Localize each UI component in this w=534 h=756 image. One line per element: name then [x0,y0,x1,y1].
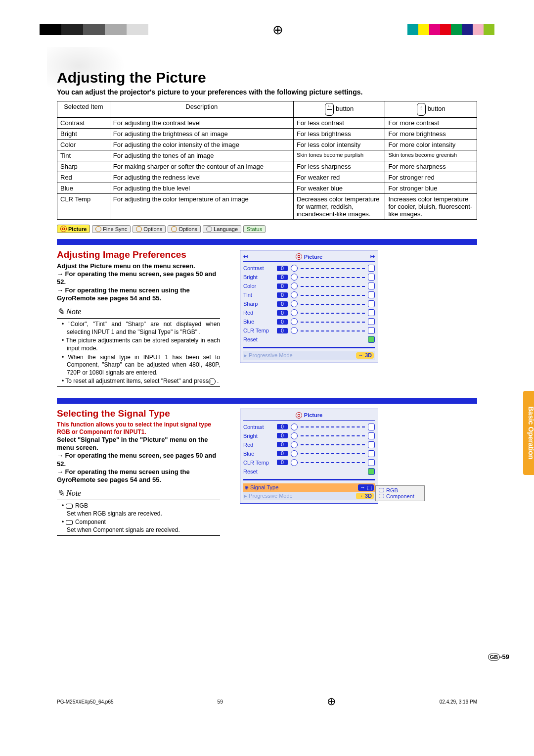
osd-row-reset[interactable]: Reset [243,467,375,476]
note-pen-icon: ✎ [57,488,64,499]
table-row: TintFor adjusting the tones of an imageS… [57,150,477,161]
th-selected-item: Selected Item [57,101,110,118]
tab-fine-sync[interactable]: Fine Sync [92,225,131,233]
up-down-button-icon [417,103,426,116]
options-icon [136,226,142,232]
section-divider [57,239,477,245]
notes-list-2: RGBSet when RGB signals are received. Co… [57,502,220,534]
signal-type-popout: RGB Component [375,485,425,501]
osd-signal-type-row[interactable]: ⊕ Signal Type → ⬚ [243,483,375,492]
table-cell: For more sharpness [385,161,477,172]
tab-status[interactable]: Status [243,225,266,233]
print-calibration-bar: ⊕ [40,22,494,37]
table-cell: For adjusting the contrast level [110,118,293,129]
notes-list-1: "Color", "Tint" and "Sharp" are not disp… [57,321,220,385]
table-cell: For less sharpness [293,161,385,172]
table-cell: For adjusting the color temperature of a… [110,194,293,220]
osd-row-clr-temp[interactable]: CLR Temp0 [243,326,375,335]
fine-sync-icon [95,226,101,232]
table-cell: For more color intensity [385,140,477,150]
table-cell: CLR Temp [57,194,110,220]
table-cell: Increases color temperature for cooler, … [385,194,477,220]
osd-progressive-row[interactable]: ▸ Progressive Mode → 3D [243,492,375,500]
table-cell: For weaker red [293,172,385,183]
table-cell: For more brightness [385,129,477,140]
osd-row-color[interactable]: Color0 [243,282,375,290]
table-cell: Contrast [57,118,110,129]
osd-picture-full: ↤ Picture ↦ Contrast0Bright0Color0Tint0S… [240,250,378,363]
left-right-button-icon [325,103,334,116]
option-rgb[interactable]: RGB [379,487,421,493]
osd-next-arrow[interactable]: ↦ [370,253,375,260]
note-rgb: RGBSet when RGB signals are received. [62,502,220,518]
osd-row-blue[interactable]: Blue0 [243,317,375,326]
table-row: RedFor adjusting the redness levelFor we… [57,172,477,183]
osd-row-clr-temp[interactable]: CLR Temp0 [243,458,375,467]
note-rule [57,318,220,319]
picture-icon [296,412,302,419]
note-header-2: ✎ Note [57,488,220,499]
footer-timestamp: 02.4.29, 3:16 PM [440,699,477,705]
osd-row-blue[interactable]: Blue0 [243,449,375,458]
table-cell: For adjusting the color intensity of the… [110,140,293,150]
osd-row-red[interactable]: Red0 [243,440,375,449]
osd-title: Picture [304,412,322,418]
note-rule-end [57,535,220,536]
footer-file: PG-M25X#E#p50_64.p65 [57,699,114,705]
osd-row-red[interactable]: Red0 [243,308,375,317]
table-row: ColorFor adjusting the color intensity o… [57,140,477,150]
note-item: "Color", "Tint" and "Sharp" are not disp… [62,321,220,336]
ref-gyroremote-1: → For operating the menu screen using th… [57,286,220,303]
lead-adjust-picture: Adjust the Picture menu on the menu scre… [57,262,220,270]
signal-type-intro: This function allows you to select the i… [57,421,220,436]
table-cell: Skin tones become greenish [385,150,477,161]
tab-picture[interactable]: Picture [57,225,90,233]
rgb-icon [66,504,73,509]
table-row: BlueFor adjusting the blue levelFor weak… [57,183,477,194]
table-row: BrightFor adjusting the brightness of an… [57,129,477,140]
table-cell: For weaker blue [293,183,385,194]
language-icon [206,226,212,232]
osd-row-contrast[interactable]: Contrast0 [243,423,375,431]
table-cell: For stronger blue [385,183,477,194]
osd-progressive-row[interactable]: ▸ Progressive Mode → 3D [243,351,375,360]
osd-prev-arrow[interactable]: ↤ [243,253,248,260]
table-cell: For more contrast [385,118,477,129]
osd-row-tint[interactable]: Tint0 [243,290,375,299]
rgb-icon [379,488,384,492]
color-swatches [407,24,494,35]
page-number: GB-59 [488,653,509,661]
table-cell: For adjusting the brightness of an image [110,129,293,140]
side-tab-basic-operation: Basic Operation [523,391,534,475]
osd-row-contrast[interactable]: Contrast0 [243,264,375,273]
osd-picture-rgb: Picture Contrast0Bright0Red0Blue0CLR Tem… [240,409,378,504]
osd-row-bright[interactable]: Bright0 [243,273,375,282]
table-cell: For less color intensity [293,140,385,150]
page-title: Adjusting the Picture [57,69,477,86]
grayscale-swatches [40,24,148,35]
th-description: Description [110,101,293,118]
gb-badge: GB [488,654,500,661]
table-cell: Tint [57,150,110,161]
tab-options-2[interactable]: Options [168,225,201,233]
note-rule [57,500,220,500]
options-icon [171,226,177,232]
option-component[interactable]: Component [379,493,421,499]
page-subtitle: You can adjust the projector's picture t… [57,88,477,96]
osd-title: Picture [304,254,322,260]
heading-adjusting-image-prefs: Adjusting Image Preferences [57,250,220,260]
picture-icon [60,226,67,232]
picture-settings-table: Selected Item Description button button … [57,101,477,220]
register-mark-icon: ⊕ [327,695,336,708]
note-label: Note [66,307,81,316]
tab-language[interactable]: Language [203,225,241,233]
osd-row-bright[interactable]: Bright0 [243,431,375,440]
ref-gyroremote-2: → For operating the menu screen using th… [57,468,220,484]
section-divider [57,398,477,404]
note-header-1: ✎ Note [57,306,220,317]
osd-row-reset[interactable]: Reset [243,335,375,344]
table-cell: For adjusting the tones of an image [110,150,293,161]
osd-row-sharp[interactable]: Sharp0 [243,299,375,308]
table-row: SharpFor making sharper or softer the co… [57,161,477,172]
tab-options-1[interactable]: Options [133,225,166,233]
